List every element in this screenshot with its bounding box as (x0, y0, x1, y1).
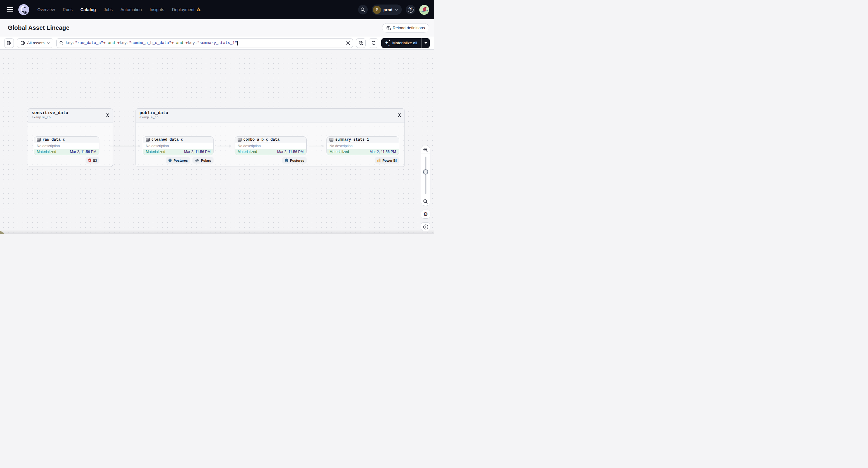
asset-node-summary_stats_1[interactable]: summary_stats_1No descriptionMaterialize… (327, 136, 399, 155)
query-token-op: + (103, 41, 106, 45)
zoom-out-button[interactable] (421, 197, 430, 206)
nav-item-overview[interactable]: Overview (37, 7, 55, 12)
asset-tag-row: Postgres (235, 157, 307, 163)
page-header: Global Asset Lineage Reload definitions (0, 19, 434, 36)
help-button[interactable]: ? (406, 5, 415, 14)
nav-item-jobs[interactable]: Jobs (103, 7, 113, 12)
status-label: Materialized (37, 150, 56, 154)
asset-description: No description (34, 143, 99, 149)
postgres-icon (285, 158, 288, 162)
environment-switcher[interactable]: P prod (372, 4, 402, 15)
page-title: Global Asset Lineage (8, 24, 69, 31)
group-subtitle: example_co (32, 116, 109, 119)
query-token-value: "summary_stats_1" (197, 41, 237, 45)
zoom-controls: ⚙ (421, 146, 430, 231)
asset-name: combo_a_b_c_data (243, 137, 279, 142)
asset-selection-input[interactable]: key:"raw_data_c"+ and +key:"combo_a_b_c_… (56, 38, 353, 48)
question-icon: ? (408, 7, 413, 13)
s3-icon (88, 158, 92, 162)
zoom-slider[interactable] (421, 154, 430, 197)
view-graph-button[interactable] (356, 38, 366, 48)
asset-node-cleaned_data_c[interactable]: cleaned_data_cNo descriptionMaterialized… (143, 136, 214, 155)
text-cursor (237, 41, 238, 45)
asset-scope-selector[interactable]: All assets (17, 38, 53, 48)
tag-label: Postgres (290, 159, 304, 162)
zoom-in-button[interactable] (421, 146, 430, 154)
sparkles-icon: ✦✦✦ (385, 41, 390, 45)
query-token-op: + (186, 41, 188, 45)
nav-item-label: Insights (150, 7, 164, 12)
lineage-canvas[interactable]: ⚙ sensitive_dataexample_coraw_data_cNo d… (0, 50, 434, 234)
primary-nav: OverviewRunsCatalogJobsAutomationInsight… (37, 7, 201, 12)
graph-settings-button[interactable]: ⚙ (421, 210, 430, 219)
query-token-value: "raw_data_c" (75, 41, 103, 45)
asset-node-header: cleaned_data_c (143, 137, 213, 143)
asset-scope-label: All assets (27, 41, 44, 45)
asset-status-bar: MaterializedMar 2, 11:56 PM (143, 149, 213, 155)
group-header: public_dataexample_co (136, 109, 404, 123)
asset-tag-row: S3 (34, 157, 99, 163)
nav-item-catalog[interactable]: Catalog (81, 7, 96, 12)
tag-badge-s3[interactable]: S3 (86, 157, 99, 163)
nav-item-runs[interactable]: Runs (63, 7, 72, 12)
asset-node-combo_a_b_c_data[interactable]: combo_a_b_c_dataNo descriptionMaterializ… (235, 136, 307, 155)
search-icon (59, 41, 64, 45)
zoom-in-icon (423, 148, 428, 152)
nav-item-label: Jobs (103, 7, 113, 12)
tag-badge-power-bi[interactable]: Power BI (375, 157, 399, 163)
refresh-button[interactable] (369, 38, 378, 48)
query-token-attr: key: (66, 41, 75, 45)
materialize-all-label: Materialize all (392, 41, 417, 45)
zoom-slider-thumb[interactable] (423, 169, 428, 175)
group-name: sensitive_data (32, 111, 109, 115)
materialization-timestamp[interactable]: Mar 2, 11:56 PM (370, 150, 396, 154)
materialize-options-button[interactable] (421, 38, 430, 48)
nav-item-insights[interactable]: Insights (150, 7, 164, 12)
dagster-logo-icon[interactable] (18, 4, 30, 15)
nav-item-automation[interactable]: Automation (121, 7, 142, 12)
chevron-down-icon (47, 42, 50, 44)
asset-name: cleaned_data_c (152, 137, 183, 142)
materialize-all-button[interactable]: ✦✦✦ Materialize all (381, 38, 421, 48)
nav-item-label: Overview (37, 7, 55, 12)
reload-definitions-label: Reload definitions (393, 26, 425, 30)
tag-badge-postgres[interactable]: Postgres (166, 157, 190, 163)
asset-description: No description (327, 143, 399, 149)
menu-icon[interactable] (7, 7, 13, 12)
nav-item-label: Runs (63, 7, 72, 12)
materialization-timestamp[interactable]: Mar 2, 11:56 PM (184, 150, 211, 154)
table-icon (330, 138, 333, 142)
tag-label: Power BI (382, 159, 397, 162)
asset-status-bar: MaterializedMar 2, 11:56 PM (34, 149, 99, 155)
table-icon (37, 138, 41, 142)
collapse-group-icon[interactable] (106, 113, 110, 119)
query-token-attr: key: (120, 41, 129, 45)
gear-icon: ⚙ (423, 212, 428, 217)
user-avatar[interactable] (419, 5, 429, 15)
selection-query-text: key:"raw_data_c"+ and +key:"combo_a_b_c_… (66, 41, 238, 45)
tag-label: Postgres (174, 159, 188, 162)
nav-item-label: Automation (121, 7, 142, 12)
query-token-op: + (117, 41, 120, 45)
clear-icon[interactable] (346, 41, 350, 45)
collapse-group-icon[interactable] (398, 113, 401, 119)
group-header: sensitive_dataexample_co (28, 109, 113, 123)
query-token-value: "combo_a_b_c_data" (129, 41, 171, 45)
asset-description: No description (235, 143, 306, 149)
zoom-slider-track[interactable] (425, 157, 427, 194)
nav-item-label: Catalog (81, 7, 96, 12)
asset-node-header: raw_data_c (34, 137, 99, 143)
toggle-sidebar-button[interactable] (4, 38, 14, 48)
globe-icon (21, 41, 25, 45)
nav-item-deployment[interactable]: Deployment (172, 7, 201, 12)
tag-badge-polars[interactable]: Polars (192, 157, 214, 163)
query-token-bool: and (174, 41, 186, 45)
refresh-icon (371, 41, 376, 45)
asset-node-raw_data_c[interactable]: raw_data_cNo descriptionMaterializedMar … (34, 136, 99, 155)
reload-definitions-button[interactable]: Reload definitions (382, 23, 429, 33)
download-image-button[interactable] (421, 222, 430, 231)
materialization-timestamp[interactable]: Mar 2, 11:56 PM (277, 150, 304, 154)
materialization-timestamp[interactable]: Mar 2, 11:56 PM (70, 150, 96, 154)
search-icon[interactable] (358, 5, 368, 14)
tag-badge-postgres[interactable]: Postgres (282, 157, 307, 163)
